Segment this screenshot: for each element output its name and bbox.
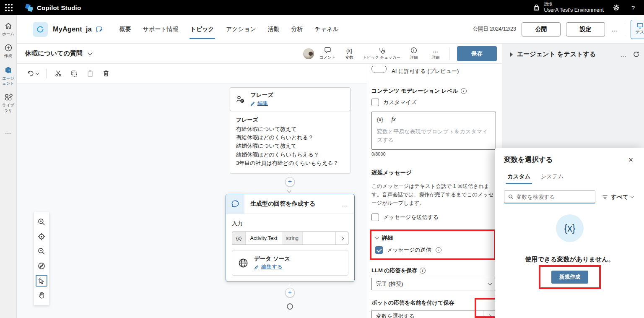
sidebar-item-library[interactable]: ライブラリ bbox=[0, 90, 17, 117]
add-node-button[interactable]: + bbox=[285, 177, 295, 187]
sidebar-item-home[interactable]: ホーム bbox=[0, 18, 17, 40]
left-nav-rail: ホーム 作成 エージェント ライブラリ … bbox=[0, 15, 17, 318]
divider bbox=[449, 47, 449, 60]
generative-answers-node[interactable]: 生成型の回答を作成する … 入力 {x} Activity.Text strin… bbox=[226, 194, 355, 282]
open-variable-panel-button[interactable] bbox=[483, 310, 496, 318]
agent-edit-icon[interactable] bbox=[96, 26, 103, 33]
app-launcher-icon[interactable] bbox=[0, 0, 18, 15]
zoom-in-button[interactable] bbox=[36, 216, 47, 228]
topic-chevron-down-icon[interactable] bbox=[88, 50, 92, 55]
sidebar-item-create[interactable]: 作成 bbox=[0, 40, 17, 62]
app-title: Copilot Studio bbox=[37, 4, 81, 11]
zoom-out-button[interactable] bbox=[36, 245, 47, 257]
close-icon[interactable]: × bbox=[626, 155, 636, 164]
top-app-bar: Copilot Studio 環境 UserA Test's Environme… bbox=[0, 0, 644, 15]
tab-overview[interactable]: 概要 bbox=[114, 15, 137, 44]
node-title: 生成型の回答を作成する bbox=[250, 200, 315, 208]
divider bbox=[46, 69, 47, 78]
home-icon bbox=[4, 22, 13, 30]
phrase-item: 結婚休暇について教えて bbox=[236, 142, 344, 150]
delete-icon[interactable] bbox=[102, 69, 110, 78]
llm-save-select[interactable]: 完了 (推奨) bbox=[371, 278, 496, 290]
save-button[interactable]: 保存 bbox=[457, 46, 497, 61]
copy-icon[interactable] bbox=[70, 69, 78, 78]
pencil-icon bbox=[254, 265, 259, 270]
info-icon bbox=[410, 47, 417, 54]
details-info-button[interactable]: 詳細 bbox=[405, 47, 422, 60]
variables-x-icon: {x} bbox=[346, 47, 352, 54]
authoring-canvas: フレーズ 編集 フレーズ 有給休暇について教えて 有給休暇はどのくらいとれる？ … bbox=[17, 64, 367, 318]
add-node-button[interactable]: + bbox=[285, 288, 295, 297]
tab-support[interactable]: サポート情報 bbox=[137, 15, 184, 44]
checkbox-unchecked[interactable] bbox=[371, 214, 379, 221]
create-new-variable-button[interactable]: 新規作成 bbox=[551, 271, 588, 284]
search-input[interactable] bbox=[517, 194, 591, 200]
topic-checker-button[interactable]: トピック チェッカー bbox=[363, 47, 400, 60]
customize-checkbox[interactable]: カスタマイズ bbox=[371, 99, 496, 106]
trigger-node-phrases[interactable]: フレーズ 編集 フレーズ 有給休暇について教えて 有給休暇はどのくらいとれる？ … bbox=[230, 87, 351, 174]
no-variables-icon: {x} bbox=[556, 214, 584, 242]
cut-icon[interactable] bbox=[54, 69, 62, 78]
moderation-label: コンテンツ モデレーション レベル bbox=[371, 87, 458, 95]
insert-variable-icon[interactable]: {x} bbox=[377, 117, 383, 123]
search-icon bbox=[508, 194, 514, 200]
open-variable-picker-button[interactable] bbox=[335, 232, 348, 245]
delay-message-description: このメッセージはテキスト会話で 1 回送信されます。音声会話では、操作が完了する… bbox=[371, 182, 496, 207]
settings-gear-icon[interactable] bbox=[612, 3, 621, 12]
help-icon[interactable]: ? bbox=[629, 3, 637, 12]
test-more-icon[interactable]: … bbox=[620, 51, 627, 58]
paste-icon[interactable] bbox=[86, 69, 94, 78]
advanced-section-toggle[interactable]: 詳細 bbox=[375, 234, 490, 242]
phrase-item: 有給休暇はどのくらいとれる？ bbox=[236, 133, 344, 142]
tab-actions[interactable]: アクション bbox=[220, 15, 262, 44]
select-tool-button[interactable] bbox=[36, 275, 47, 287]
tab-activity[interactable]: 活動 bbox=[262, 15, 286, 44]
collapse-panel-icon[interactable] bbox=[510, 52, 513, 57]
send-message-checkbox[interactable]: メッセージを送信する bbox=[371, 214, 496, 221]
sidebar-more-icon[interactable]: … bbox=[5, 128, 12, 135]
generative-chat-icon bbox=[226, 194, 244, 214]
tab-analytics[interactable]: 分析 bbox=[286, 15, 309, 44]
tab-custom[interactable]: カスタム bbox=[504, 173, 534, 184]
fit-view-button[interactable] bbox=[36, 231, 47, 242]
refresh-icon[interactable] bbox=[633, 51, 640, 58]
details-more-button[interactable]: … 詳細 bbox=[427, 47, 444, 60]
pan-tool-button[interactable] bbox=[36, 289, 47, 301]
checkbox-checked[interactable] bbox=[375, 246, 383, 254]
tab-system[interactable]: システム bbox=[537, 173, 567, 184]
variables-button[interactable]: {x} 変数 bbox=[341, 47, 358, 60]
send-message-advanced-checkbox[interactable]: メッセージの送信 i bbox=[375, 246, 490, 254]
tab-channels[interactable]: チャネル bbox=[309, 15, 345, 44]
variable-search-box[interactable] bbox=[504, 190, 595, 203]
edit-phrases-link[interactable]: 編集 bbox=[250, 100, 273, 107]
panel-title: 変数を選択する bbox=[504, 155, 553, 164]
publish-button[interactable]: 公開 bbox=[522, 22, 561, 36]
sidebar-item-agents[interactable]: エージェント bbox=[0, 63, 17, 90]
agent-more-icon[interactable]: … bbox=[610, 26, 619, 33]
chevron-down-icon bbox=[375, 235, 379, 240]
edit-data-source-link[interactable]: 編集する bbox=[254, 263, 290, 271]
tab-topics[interactable]: トピック bbox=[184, 15, 220, 44]
formula-fx-icon[interactable]: fx bbox=[392, 116, 396, 123]
plus-circle-icon bbox=[4, 44, 13, 52]
advanced-section-highlight: 詳細 メッセージの送信 i bbox=[370, 229, 496, 260]
data-source-card[interactable]: データ ソース 編集する bbox=[232, 250, 348, 276]
environment-picker[interactable]: 環境 UserA Test's Environment bbox=[532, 2, 604, 13]
avatar[interactable] bbox=[303, 48, 314, 59]
checkbox-unchecked[interactable] bbox=[371, 99, 379, 106]
variable-filter[interactable]: すべて bbox=[602, 193, 634, 201]
undo-button[interactable] bbox=[26, 69, 39, 78]
minimap-toggle-button[interactable] bbox=[36, 260, 47, 272]
toggle-switch[interactable] bbox=[371, 66, 387, 73]
variable-select-field[interactable]: 変数を選択する bbox=[371, 310, 496, 318]
agent-settings-button[interactable]: 設定 bbox=[566, 22, 605, 36]
node-more-icon[interactable]: … bbox=[342, 201, 354, 208]
globe-icon bbox=[238, 258, 249, 268]
stethoscope-icon bbox=[378, 47, 385, 54]
test-agent-button-cut[interactable]: テス bbox=[631, 20, 644, 39]
filter-icon bbox=[602, 195, 608, 200]
input-variable-field[interactable]: {x} Activity.Text string bbox=[232, 232, 348, 245]
prompt-custom-input[interactable]: {x} fx 変数と平易な表現でプロンプトをカスタマイズする bbox=[371, 112, 496, 150]
comments-button[interactable]: コメント bbox=[319, 47, 336, 60]
input-label: 入力 bbox=[232, 220, 348, 227]
